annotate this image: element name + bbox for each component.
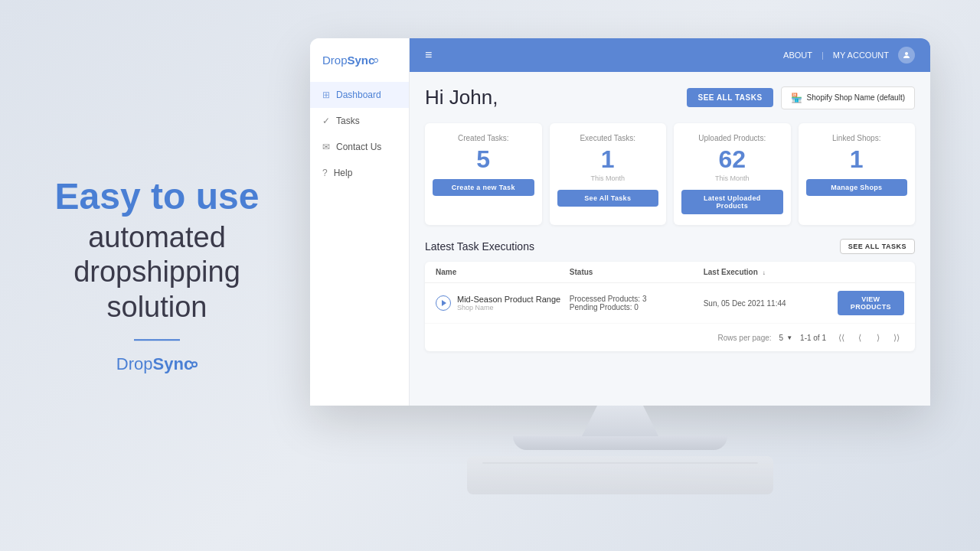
keyboard: [467, 456, 773, 494]
nav-separator: |: [822, 51, 824, 60]
next-page-button[interactable]: ⟩: [871, 330, 886, 345]
greeting: Hi John,: [425, 86, 498, 109]
sidebar-item-contact[interactable]: ✉ Contact Us: [310, 134, 409, 160]
rows-per-page-label: Rows per page:: [718, 334, 772, 342]
monitor-stand: [306, 406, 934, 450]
my-account-label[interactable]: MY ACCOUNT: [833, 51, 889, 60]
help-icon: ?: [322, 168, 328, 178]
header-actions: SEE ALL TASKS 🏪 Shopify Shop Name (defau…: [687, 86, 915, 109]
hamburger-icon[interactable]: ≡: [425, 48, 432, 62]
monitor: DropSync ⊞ Dashboard ✓ Tasks ✉ Contact U…: [306, 38, 934, 494]
table-header: Name Status Last Execution ↓: [425, 262, 915, 283]
task-name: Mid-Season Product Range: [457, 295, 560, 304]
rows-dropdown-arrow: ▼: [786, 334, 792, 341]
sidebar-logo: DropSync: [310, 54, 409, 82]
left-panel: Easy to use automateddropshippingsolutio…: [38, 177, 276, 374]
task-status: Processed Products: 3 Pending Products: …: [570, 295, 704, 311]
app-container: DropSync ⊞ Dashboard ✓ Tasks ✉ Contact U…: [310, 38, 930, 406]
tagline-line2: automateddropshippingsolution: [38, 220, 276, 325]
task-shop: Shop Name: [457, 304, 560, 311]
monitor-neck: [582, 406, 658, 436]
stat-label-shops: Linked Shops:: [806, 134, 908, 142]
first-page-button[interactable]: ⟨⟨: [834, 330, 849, 345]
pagination-controls: ⟨⟨ ⟨ ⟩ ⟩⟩: [834, 330, 904, 345]
col-action: [838, 268, 904, 276]
shop-icon: 🏪: [791, 93, 802, 103]
main-content: ≡ ABOUT | MY ACCOUNT Hi John,: [410, 38, 930, 406]
col-name: Name: [436, 268, 570, 276]
manage-shops-button[interactable]: Manage Shops: [806, 179, 908, 196]
account-avatar[interactable]: [898, 47, 915, 64]
stat-label-executed: Executed Tasks:: [557, 134, 659, 142]
stat-label-created: Created Tasks:: [433, 134, 534, 142]
sidebar-item-help[interactable]: ? Help: [310, 160, 409, 186]
col-last-execution: Last Execution ↓: [704, 268, 838, 276]
page-info: 1-1 of 1: [800, 334, 826, 342]
table-row: Mid-Season Product Range Shop Name Proce…: [425, 283, 915, 324]
tasks-icon: ✓: [322, 116, 330, 126]
shop-name-label: Shopify Shop Name (default): [807, 93, 905, 102]
top-nav: ≡ ABOUT | MY ACCOUNT: [410, 38, 930, 72]
prev-page-button[interactable]: ⟨: [852, 330, 867, 345]
stat-sub-executed: This Month: [557, 174, 659, 182]
stat-card-uploaded: Uploaded Products: 62 This Month Latest …: [674, 123, 791, 225]
latest-tasks-title: Latest Task Executions: [425, 240, 534, 253]
create-task-button[interactable]: Create a new Task: [433, 179, 534, 196]
stat-card-shops: Linked Shops: 1 Manage Shops: [799, 123, 916, 225]
stat-card-created: Created Tasks: 5 Create a new Task: [425, 123, 542, 225]
sidebar-item-tasks[interactable]: ✓ Tasks: [310, 108, 409, 134]
svg-point-0: [905, 52, 908, 55]
about-link[interactable]: ABOUT: [783, 51, 812, 60]
latest-tasks-section-header: Latest Task Executions SEE ALL TASKS: [425, 239, 915, 254]
task-last-execution: Sun, 05 Dec 2021 11:44: [704, 299, 838, 308]
play-triangle-icon: [442, 300, 446, 306]
tagline-line1: Easy to use: [38, 177, 276, 217]
stat-value-uploaded: 62: [681, 147, 783, 171]
sidebar-logo-circle: [374, 58, 378, 63]
left-logo: DropSync: [38, 354, 276, 374]
dashboard-header: Hi John, SEE ALL TASKS 🏪 Shopify Shop Na…: [425, 86, 915, 109]
nav-right: ABOUT | MY ACCOUNT: [783, 47, 915, 64]
stat-card-executed: Executed Tasks: 1 This Month See All Tas…: [550, 123, 667, 225]
stat-value-executed: 1: [557, 147, 659, 171]
tasks-table: Name Status Last Execution ↓: [425, 262, 915, 351]
col-status: Status: [570, 268, 704, 276]
shop-selector-button[interactable]: 🏪 Shopify Shop Name (default): [781, 86, 915, 109]
stat-sub-uploaded: This Month: [681, 174, 783, 182]
monitor-screen: DropSync ⊞ Dashboard ✓ Tasks ✉ Contact U…: [310, 38, 930, 406]
monitor-foot: [513, 436, 727, 450]
see-all-tasks-small-button[interactable]: SEE ALL TASKS: [840, 239, 915, 254]
row-name-cell: Mid-Season Product Range Shop Name: [436, 295, 570, 311]
contact-icon: ✉: [322, 142, 330, 152]
stat-value-shops: 1: [806, 147, 908, 171]
sidebar: DropSync ⊞ Dashboard ✓ Tasks ✉ Contact U…: [310, 38, 410, 406]
stat-label-uploaded: Uploaded Products:: [681, 134, 783, 142]
play-icon[interactable]: [436, 295, 451, 311]
divider: [134, 339, 180, 341]
last-page-button[interactable]: ⟩⟩: [889, 330, 904, 345]
logo-circle: [191, 361, 198, 367]
pagination-row: Rows per page: 5 ▼ 1-1 of 1 ⟨⟨ ⟨ ⟩ ⟩⟩: [425, 324, 915, 351]
dashboard-icon: ⊞: [322, 90, 330, 100]
sidebar-item-dashboard[interactable]: ⊞ Dashboard: [310, 82, 409, 108]
rows-per-page-selector[interactable]: 5 ▼: [779, 334, 792, 342]
stat-value-created: 5: [433, 147, 534, 171]
latest-products-button[interactable]: Latest Uploaded Products: [681, 190, 783, 214]
dashboard-body: Hi John, SEE ALL TASKS 🏪 Shopify Shop Na…: [410, 72, 930, 406]
see-all-tasks-stat-button[interactable]: See All Tasks: [557, 190, 659, 207]
sort-icon: ↓: [763, 269, 766, 276]
stats-row: Created Tasks: 5 Create a new Task Execu…: [425, 123, 915, 225]
view-products-button[interactable]: VIEW PRODUCTS: [838, 291, 904, 315]
see-all-tasks-button[interactable]: SEE ALL TASKS: [687, 88, 773, 107]
